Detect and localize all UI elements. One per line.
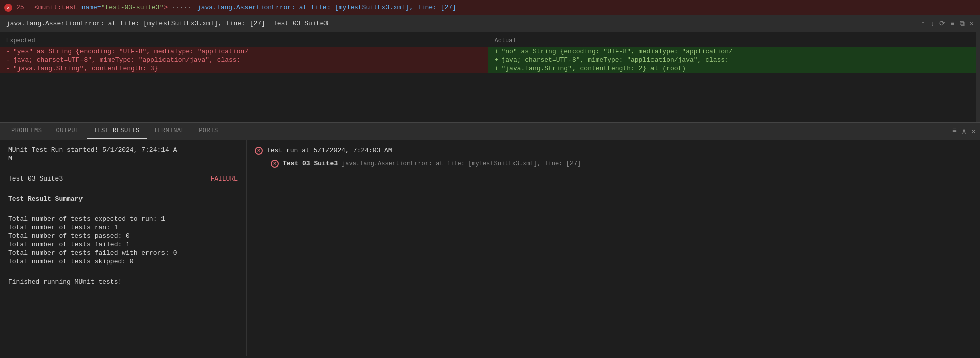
output-stat-1: Total number of tests expected to run: 1 <box>8 215 238 223</box>
history-icon[interactable]: ⟳ <box>939 19 945 28</box>
tab-output[interactable]: OUTPUT <box>49 123 86 139</box>
output-panel: MUnit Test Run started! 5/1/2024, 7:24:1… <box>0 140 247 356</box>
expected-label: Expected <box>0 36 488 47</box>
close-error-icon[interactable]: ✕ <box>4 4 12 12</box>
test-suite-item[interactable]: Test 03 Suite3 java.lang.AssertionError:… <box>255 159 972 168</box>
test-suite-error-icon <box>271 160 279 168</box>
tab-ports[interactable]: PORTS <box>192 123 225 139</box>
line-number: 25 <box>16 4 30 11</box>
dots: ····· <box>172 4 191 11</box>
test-run-item: Test run at 5/1/2024, 7:24:03 AM <box>255 146 972 155</box>
copy-icon[interactable]: ⧉ <box>960 20 965 28</box>
diff-header-suite: Test 03 Suite3 <box>273 20 328 27</box>
attr-val: "test-03-suite3" <box>101 4 164 11</box>
expected-line-1: -"yes" as String {encoding: "UTF-8", med… <box>0 47 488 56</box>
attr-name: name= <box>81 4 101 11</box>
output-stat-4: Total number of tests failed: 1 <box>8 241 238 248</box>
xml-close: > <box>164 4 168 11</box>
output-spacer-4 <box>8 266 238 274</box>
output-stat-3: Total number of tests passed: 0 <box>8 232 238 240</box>
tab-test-results[interactable]: TEST RESULTS <box>87 123 147 139</box>
tab-collapse-icon[interactable]: ∧ <box>962 127 966 136</box>
output-line-1: MUnit Test Run started! 5/1/2024, 7:24:1… <box>8 146 238 154</box>
tab-bar-actions: ≡ ∧ ✕ <box>952 127 976 136</box>
scroll-down-icon[interactable]: ↓ <box>930 20 934 28</box>
output-stat-2: Total number of tests ran: 1 <box>8 224 238 231</box>
error-bar: ✕ 25 <munit:test name="test-03-suite3"> … <box>0 0 980 15</box>
error-bar-content: <munit:test name="test-03-suite3"> ·····… <box>34 4 456 11</box>
expected-line-3: -"java.lang.String", contentLength: 3} <box>0 64 488 73</box>
xml-tag: <munit:test <box>34 4 77 11</box>
results-panel: Test run at 5/1/2024, 7:24:03 AM Test 03… <box>247 140 980 356</box>
test-run-error-icon <box>255 147 263 155</box>
actual-panel: Actual +"no" as String {encoding: "UTF-8… <box>488 32 976 122</box>
diff-header-actions: ↑ ↓ ⟳ ≡ ⧉ ✕ <box>921 19 974 28</box>
output-spacer-3 <box>8 204 238 211</box>
test-suite-name: Test 03 Suite3 <box>283 160 338 167</box>
tab-problems[interactable]: PROBLEMS <box>4 123 49 139</box>
diff-scrollbar[interactable] <box>976 32 980 122</box>
test-suite-text: Test 03 Suite3 java.lang.AssertionError:… <box>283 159 581 168</box>
tab-terminal[interactable]: TERMINAL <box>147 123 192 139</box>
diff-header-error: java.lang.AssertionError: at file: [myTe… <box>6 20 265 27</box>
content-area: MUnit Test Run started! 5/1/2024, 7:24:1… <box>0 140 980 356</box>
output-stat-5: Total number of tests failed with errors… <box>8 249 238 257</box>
suite-name-text: Test 03 Suite3 <box>8 175 63 183</box>
scroll-up-icon[interactable]: ↑ <box>921 20 925 28</box>
actual-line-2: +java; charset=UTF-8", mimeType: "applic… <box>488 56 976 64</box>
diff-header: java.lang.AssertionError: at file: [myTe… <box>0 15 980 32</box>
error-bar-message: java.lang.AssertionError: at file: [myTe… <box>197 4 456 11</box>
close-diff-icon[interactable]: ✕ <box>970 19 974 28</box>
tab-close-icon[interactable]: ✕ <box>971 127 976 136</box>
output-suite-name: Test 03 Suite3 FAILURE <box>8 175 238 183</box>
tab-list-icon[interactable]: ≡ <box>952 127 957 136</box>
expected-line-2: -java; charset=UTF-8", mimeType: "applic… <box>0 56 488 64</box>
test-run-text: Test run at 5/1/2024, 7:24:03 AM <box>267 146 392 155</box>
diff-area: Expected -"yes" as String {encoding: "UT… <box>0 32 980 123</box>
test-run-label: Test run at 5/1/2024, 7:24:03 AM <box>267 147 392 154</box>
actual-line-3: +"java.lang.String", contentLength: 2} a… <box>488 64 976 73</box>
actual-label: Actual <box>488 36 976 47</box>
output-summary-title: Test Result Summary <box>8 195 238 203</box>
output-stat-6: Total number of tests skipped: 0 <box>8 258 238 265</box>
output-spacer-2 <box>8 184 238 191</box>
main-container: ✕ 25 <munit:test name="test-03-suite3"> … <box>0 0 980 356</box>
failure-badge: FAILURE <box>210 175 238 183</box>
output-line-2: M <box>8 155 238 162</box>
test-suite-error: java.lang.AssertionError: at file: [myTe… <box>342 160 581 167</box>
tab-bar: PROBLEMS OUTPUT TEST RESULTS TERMINAL PO… <box>0 123 980 140</box>
actual-line-1: +"no" as String {encoding: "UTF-8", medi… <box>488 47 976 56</box>
output-finished: Finished running MUnit tests! <box>8 278 238 286</box>
list-icon[interactable]: ≡ <box>950 20 954 28</box>
output-spacer-1 <box>8 163 238 171</box>
expected-panel: Expected -"yes" as String {encoding: "UT… <box>0 32 488 122</box>
bottom-panel: PROBLEMS OUTPUT TEST RESULTS TERMINAL PO… <box>0 123 980 356</box>
